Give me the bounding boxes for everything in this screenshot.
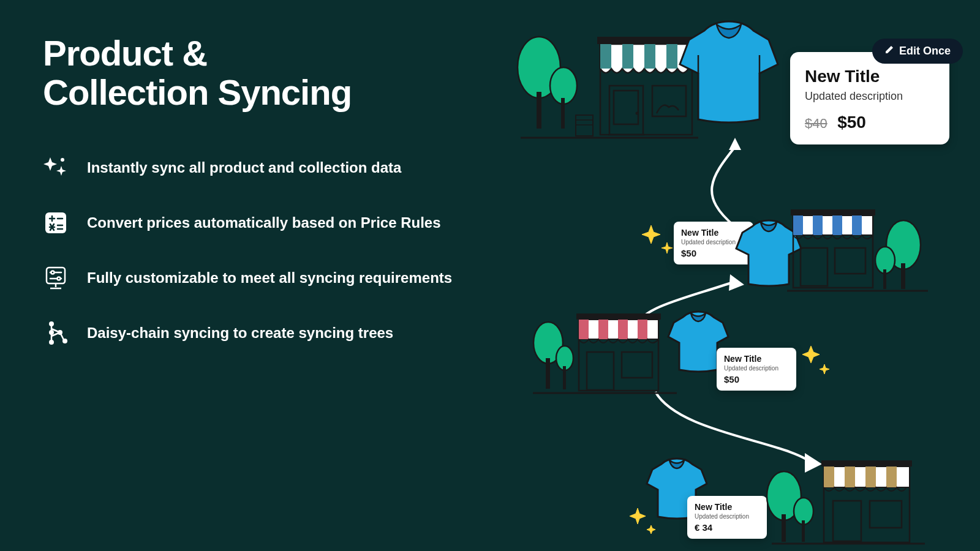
- svg-rect-75: [587, 352, 614, 390]
- svg-rect-51: [791, 209, 875, 216]
- svg-rect-42: [644, 44, 655, 69]
- svg-point-12: [51, 271, 55, 274]
- svg-rect-1: [45, 212, 66, 233]
- svg-point-21: [49, 321, 54, 326]
- card-description: Updated description: [695, 513, 760, 520]
- svg-point-22: [49, 330, 54, 335]
- edit-badge: Edit Once: [872, 39, 963, 64]
- new-price: $50: [837, 113, 866, 132]
- svg-rect-55: [832, 216, 842, 235]
- hero-left-column: Product & Collection Syncing Instantly s…: [43, 34, 472, 375]
- svg-rect-54: [813, 216, 823, 235]
- svg-rect-83: [821, 460, 912, 467]
- svg-rect-57: [801, 248, 827, 286]
- svg-rect-86: [845, 467, 855, 487]
- pencil-icon: [884, 45, 894, 58]
- product-card-child: New Title Updated description $50: [717, 348, 796, 391]
- svg-rect-72: [598, 320, 608, 339]
- svg-rect-73: [618, 320, 628, 339]
- old-price: $40: [805, 116, 827, 131]
- edit-badge-text: Edit Once: [899, 45, 951, 58]
- svg-rect-88: [886, 467, 897, 487]
- svg-rect-90: [870, 501, 902, 528]
- sparkle-icon: [642, 225, 660, 244]
- calculator-icon: [43, 210, 69, 236]
- card-description: Updated description: [805, 90, 935, 103]
- svg-rect-85: [824, 467, 834, 487]
- svg-point-46: [636, 112, 639, 115]
- store-illustration: [760, 441, 931, 551]
- svg-point-24: [58, 330, 62, 335]
- svg-rect-74: [638, 320, 647, 339]
- card-title: New Title: [724, 354, 789, 364]
- store-illustration: [781, 196, 940, 306]
- svg-point-0: [61, 158, 64, 162]
- card-price: € 34: [695, 522, 760, 533]
- svg-rect-60: [901, 263, 905, 289]
- sliders-icon: [43, 265, 69, 291]
- feature-item: Fully customizable to meet all syncing r…: [43, 265, 472, 291]
- sparkle-icon: [630, 508, 646, 524]
- svg-rect-58: [835, 248, 865, 274]
- sparkles-icon: [43, 155, 69, 181]
- card-description: Updated description: [724, 365, 789, 372]
- card-title: New Title: [805, 67, 935, 86]
- svg-rect-69: [576, 313, 661, 320]
- svg-rect-56: [852, 216, 862, 235]
- svg-rect-67: [563, 366, 566, 389]
- card-title: New Title: [695, 502, 760, 512]
- svg-rect-10: [47, 268, 65, 283]
- svg-rect-45: [614, 91, 638, 124]
- svg-rect-65: [546, 358, 550, 389]
- svg-rect-34: [576, 115, 593, 136]
- svg-rect-71: [579, 320, 589, 339]
- sparkle-icon: [662, 242, 673, 253]
- product-card-child: New Title Updated description € 34: [687, 496, 767, 539]
- svg-point-25: [62, 339, 67, 343]
- svg-rect-81: [802, 520, 805, 542]
- svg-rect-87: [865, 467, 876, 487]
- feature-item: Daisy-chain syncing to create syncing tr…: [43, 320, 472, 346]
- sparkle-icon: [802, 346, 820, 363]
- sparkle-icon: [647, 525, 655, 534]
- feature-item: Convert prices automatically based on Pr…: [43, 210, 472, 236]
- feature-text: Daisy-chain syncing to create syncing tr…: [87, 324, 393, 342]
- feature-item: Instantly sync all product and collectio…: [43, 155, 472, 181]
- title-line-2: Collection Syncing: [43, 72, 352, 112]
- sparkle-icon: [820, 364, 829, 374]
- svg-rect-32: [561, 98, 565, 129]
- svg-rect-41: [622, 44, 633, 69]
- page-title: Product & Collection Syncing: [43, 34, 472, 112]
- tshirt-icon: [668, 12, 790, 135]
- feature-text: Fully customizable to meet all syncing r…: [87, 269, 452, 287]
- svg-point-23: [49, 340, 54, 345]
- svg-rect-62: [883, 269, 886, 289]
- svg-rect-53: [793, 216, 803, 235]
- svg-point-14: [58, 277, 61, 280]
- svg-rect-79: [782, 514, 786, 542]
- title-line-1: Product &: [43, 33, 207, 73]
- svg-rect-76: [622, 352, 652, 378]
- svg-rect-40: [600, 44, 611, 69]
- product-card-main: Edit Once New Title Updated description …: [790, 52, 949, 144]
- graph-icon: [43, 320, 69, 346]
- feature-list: Instantly sync all product and collectio…: [43, 155, 472, 346]
- svg-rect-30: [537, 92, 541, 129]
- svg-marker-26: [729, 138, 741, 150]
- svg-rect-89: [833, 501, 861, 541]
- card-price: $50: [724, 374, 789, 384]
- feature-text: Convert prices automatically based on Pr…: [87, 214, 441, 231]
- feature-text: Instantly sync all product and collectio…: [87, 159, 401, 176]
- hero-illustration: Edit Once New Title Updated description …: [502, 12, 968, 545]
